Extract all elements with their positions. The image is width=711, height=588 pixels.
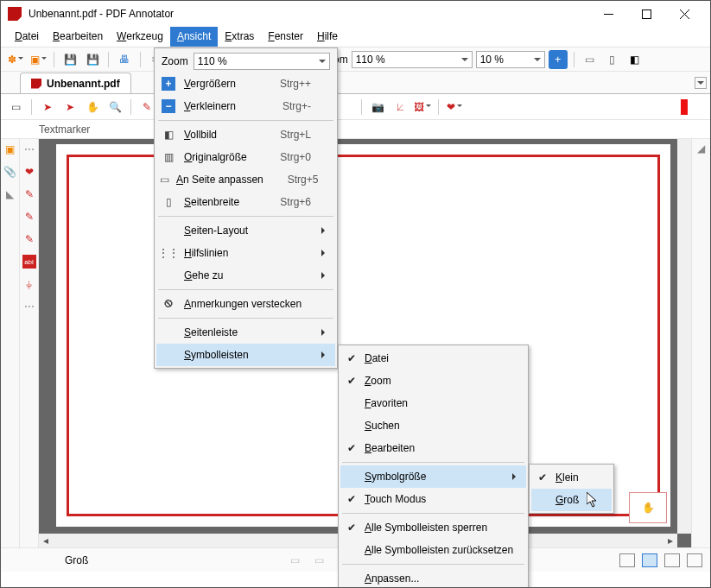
menuitem-anpassen-[interactable]: Anpassen... <box>340 567 526 588</box>
minimize-button[interactable] <box>589 1 627 27</box>
window-title: Unbenannt.pdf - PDF Annotator <box>29 8 589 20</box>
menuitem-klein[interactable]: Klein <box>531 466 612 489</box>
doc-tab-icon <box>31 79 41 89</box>
side-tri-icon[interactable]: ◣ <box>3 187 17 201</box>
scroll-left-icon[interactable]: ◂ <box>39 534 53 547</box>
side-pen1-icon[interactable]: ✎ <box>22 187 36 201</box>
menuitem-alle-symbolleisten-sperren[interactable]: Alle Symbolleisten sperren <box>340 516 526 539</box>
tabstrip: Unbenannt.pdf <box>1 72 710 94</box>
menuitem-hilfslinien[interactable]: ⋮⋮Hilfslinien <box>156 242 335 264</box>
page-icon[interactable]: ▭ <box>6 98 25 117</box>
hand-tool[interactable]: ✋ <box>83 98 102 117</box>
side-generic-1[interactable]: ⋯ <box>22 142 36 156</box>
menu-werkzeug[interactable]: Werkzeug <box>110 27 170 47</box>
menuitem-seiten-layout[interactable]: Seiten-Layout <box>156 219 335 242</box>
fit-page-button[interactable]: ▭ <box>581 50 600 69</box>
touch-hand-button[interactable]: ✋ <box>629 492 667 523</box>
menu-zoom-label: Zoom <box>162 55 188 67</box>
menuitem-seitenleiste[interactable]: Seitenleiste <box>156 321 335 344</box>
maximize-button[interactable] <box>627 1 665 27</box>
ansicht-menu: Zoom 110 % +VergrößernStrg++−Verkleinern… <box>154 47 338 369</box>
menuitem-gro-[interactable]: Groß <box>531 489 612 511</box>
menuitem-vergr-ern[interactable]: +VergrößernStrg++ <box>156 73 335 95</box>
side-stamp-icon[interactable]: ⏚ <box>22 277 36 291</box>
zoom-select-1[interactable]: 110 % <box>352 51 473 68</box>
new-button[interactable]: ✽ <box>6 50 25 69</box>
view-cont-button[interactable] <box>642 553 657 567</box>
menu-extras[interactable]: Extras <box>218 27 261 47</box>
fitpage-icon: ▭ <box>160 171 169 188</box>
left-sidebar-2: ⋯ ❤ ✎ ✎ ✎ abl ⏚ ⋯ <box>20 139 39 547</box>
color-swatch[interactable] <box>681 99 688 115</box>
side-more-icon[interactable]: ⋯ <box>22 300 36 313</box>
fullscreen-button[interactable]: ◧ <box>625 50 644 69</box>
menuitem-favoriten[interactable]: Favoriten <box>340 392 526 414</box>
menuitem-bearbeiten[interactable]: Bearbeiten <box>340 437 526 459</box>
menuitem-datei[interactable]: Datei <box>340 347 526 370</box>
side-clip-icon[interactable]: 📎 <box>3 165 17 179</box>
save-button[interactable]: 💾 <box>60 50 79 69</box>
menuitem-symbolleisten[interactable]: Symbolleisten <box>156 344 335 366</box>
menu-zoom-select[interactable]: 110 % <box>194 53 330 70</box>
blank-icon <box>160 222 177 239</box>
plus-icon: + <box>160 75 177 92</box>
menuitem-suchen[interactable]: Suchen <box>340 414 526 437</box>
right-sidebar: ◢ <box>691 139 710 547</box>
symbolleisten-submenu: DateiZoomFavoritenSuchenBearbeitenSymbol… <box>338 345 529 588</box>
view-two-button[interactable] <box>664 553 680 567</box>
scroll-right-icon[interactable]: ▸ <box>663 534 677 547</box>
close-button[interactable] <box>665 1 703 27</box>
menu-hilfe[interactable]: Hilfe <box>310 27 345 47</box>
side-pen3-icon[interactable]: ✎ <box>22 232 36 246</box>
zoom-plus-button[interactable]: + <box>549 50 568 69</box>
menuitem-anmerkungen-verstecken[interactable]: 🛇Anmerkungen verstecken <box>156 293 335 315</box>
edit-toolbar: ▭ ➤ ➤ ✋ 🔍 ✎ ✎ 📷 ⟀ 🖼 ❤ <box>1 94 710 120</box>
menuitem-an-seite-anpassen[interactable]: ▭An Seite anpassenStrg+5 <box>156 168 335 191</box>
zoom-select-2[interactable]: 10 % <box>476 51 545 68</box>
toolbar: ✽ ▣ 💾 💾 🖶 ✂ ⧉ Zoom 110 % 10 % + ▭ ▯ ◧ <box>1 47 710 72</box>
arrow2-tool[interactable]: ➤ <box>60 98 79 117</box>
app-icon <box>8 7 22 21</box>
fit-width-button[interactable]: ▯ <box>603 50 622 69</box>
zoom-tool[interactable]: 🔍 <box>105 98 124 117</box>
view-two-cont-button[interactable] <box>687 553 702 567</box>
svg-rect-1 <box>642 9 651 18</box>
menu-ansicht[interactable]: Ansicht <box>170 27 218 47</box>
menu-bearbeiten[interactable]: Bearbeiten <box>46 27 110 47</box>
hide-icon: 🛇 <box>160 295 177 313</box>
page-nav-1[interactable]: ▭ <box>285 551 304 570</box>
menuitem-verkleinern[interactable]: −VerkleinernStrg+- <box>156 95 335 117</box>
menuitem-gehe-zu[interactable]: Gehe zu <box>156 264 335 287</box>
side-tri2-icon[interactable]: ◢ <box>697 142 705 155</box>
view-single-button[interactable] <box>619 553 635 567</box>
print-button[interactable]: 🖶 <box>115 50 134 69</box>
minus-icon: − <box>160 98 177 115</box>
side-heart-icon[interactable]: ❤ <box>22 165 36 179</box>
tab-dropdown[interactable] <box>695 77 707 89</box>
menuitem-vollbild[interactable]: ◧VollbildStrg+L <box>156 123 335 146</box>
menuitem-zoom[interactable]: Zoom <box>340 370 526 392</box>
side-pen2-icon[interactable]: ✎ <box>22 210 36 224</box>
heart-tool[interactable]: ❤ <box>445 98 464 117</box>
menuitem-seitenbreite[interactable]: ▯SeitenbreiteStrg+6 <box>156 191 335 213</box>
menuitem-originalgr-e[interactable]: ▥OriginalgrößeStrg+0 <box>156 146 335 168</box>
camera-tool[interactable]: 📷 <box>368 98 387 117</box>
image-tool[interactable]: 🖼 <box>413 98 432 117</box>
orig-icon: ▥ <box>160 149 177 166</box>
side-abl-icon[interactable]: abl <box>22 255 36 269</box>
arrow-tool[interactable]: ➤ <box>38 98 57 117</box>
menuitem-symbolgr-e[interactable]: Symbolgröße <box>340 465 526 488</box>
menuitem-alle-symbolleisten-zur-cksetzen[interactable]: Alle Symbolleisten zurücksetzen <box>340 539 526 561</box>
blank-icon <box>160 267 177 284</box>
menuitem-touch-modus[interactable]: Touch Modus <box>340 488 526 510</box>
side-folder-icon[interactable]: ▣ <box>3 142 17 156</box>
save-as-button[interactable]: 💾 <box>83 50 102 69</box>
vertical-scrollbar[interactable] <box>677 139 691 534</box>
menu-fenster[interactable]: Fenster <box>261 27 310 47</box>
page-nav-2[interactable]: ▭ <box>309 551 328 570</box>
crop-tool[interactable]: ⟀ <box>390 98 409 117</box>
menu-datei[interactable]: Datei <box>8 27 46 47</box>
blank-icon <box>160 324 177 341</box>
open-button[interactable]: ▣ <box>29 50 48 69</box>
doc-tab[interactable]: Unbenannt.pdf <box>20 73 131 93</box>
